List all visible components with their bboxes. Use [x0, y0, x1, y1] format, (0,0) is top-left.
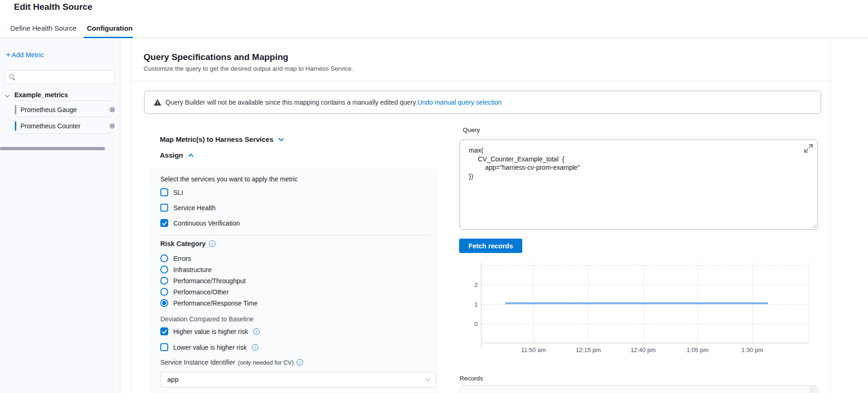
page-title: Edit Health Source: [14, 2, 92, 12]
query-results-chart: 2 1 0 11:50 am 12:15 pm 12:40 pm 1:05 pm…: [481, 263, 809, 343]
metric-group-header[interactable]: Example_metrics: [6, 91, 68, 99]
metric-search-box: [5, 70, 115, 84]
metric-label: Prometheus Gauge: [20, 106, 109, 113]
divider: [15, 100, 112, 101]
services-select-label: Select the services you want to apply th…: [160, 175, 298, 183]
checkbox-label[interactable]: Continuous Verification: [173, 220, 240, 227]
divider: [15, 117, 112, 117]
query-label: Query: [463, 127, 480, 133]
map-metrics-label: Map Metric(s) to Harness Services: [160, 135, 273, 143]
infrastructure-radio[interactable]: [160, 266, 168, 273]
records-label: Records: [460, 375, 483, 382]
gridline: [809, 263, 809, 343]
continuous-verification-checkbox[interactable]: [160, 219, 168, 227]
checkbox-row-lower-value[interactable]: Lower value is higher risk: [160, 343, 258, 351]
info-icon[interactable]: [209, 240, 216, 247]
radio-row-errors[interactable]: Errors: [160, 254, 191, 262]
service-health-checkbox[interactable]: [160, 204, 168, 212]
add-metric-label: Add Metric: [12, 51, 44, 59]
radio-label[interactable]: Performance/Throughput: [173, 277, 246, 285]
service-instance-select[interactable]: app: [160, 372, 436, 387]
radio-label[interactable]: Performance/Response Time: [173, 300, 257, 307]
sii-note: (only needed for CV): [238, 359, 294, 366]
section-title: Query Specifications and Mapping: [144, 52, 288, 62]
performance-other-radio[interactable]: [160, 288, 168, 296]
checkbox-row-higher-value[interactable]: Higher value is higher risk: [160, 327, 260, 335]
radio-row-performance-other[interactable]: Performance/Other: [160, 288, 229, 296]
tab-bar: Define Health Source Configuration: [0, 19, 868, 38]
radio-row-performance-throughput[interactable]: Performance/Throughput: [160, 277, 246, 285]
gridline: [481, 285, 809, 285]
performance-response-time-radio[interactable]: [160, 299, 168, 307]
axis-tick: [481, 343, 481, 349]
plus-icon: +: [6, 52, 11, 58]
metric-search-input[interactable]: [19, 74, 107, 81]
sli-checkbox[interactable]: [160, 188, 168, 196]
sidebar-item-prometheus-counter[interactable]: Prometheus Counter ⊗: [15, 119, 115, 133]
x-tick-label: 1:05 pm: [677, 346, 718, 353]
fetch-records-button[interactable]: Fetch records: [459, 239, 522, 253]
checkbox-row-continuous-verification[interactable]: Continuous Verification: [160, 219, 240, 227]
resize-handle[interactable]: [811, 223, 816, 228]
risk-category-header: Risk Category: [160, 240, 216, 247]
checkbox-row-sli[interactable]: SLI: [160, 188, 183, 196]
records-scrollbar[interactable]: [810, 386, 816, 393]
divider: [15, 133, 112, 134]
chart-data-line: [505, 302, 768, 304]
sidebar-item-prometheus-gauge[interactable]: Prometheus Gauge ⊗: [15, 103, 115, 117]
query-builder-warning-banner: Query Builder will not be available sinc…: [144, 91, 821, 114]
radio-label[interactable]: Performance/Other: [173, 288, 229, 296]
info-icon[interactable]: [253, 328, 260, 335]
expand-query-icon[interactable]: [804, 144, 813, 153]
sii-label: Service Instance Identifier: [160, 359, 235, 366]
warning-icon: [154, 99, 162, 106]
deviation-label: Deviation Compared to Baseline: [160, 315, 254, 323]
query-editor[interactable]: max( CV_Counter_Example_total { app="har…: [460, 140, 818, 230]
errors-radio[interactable]: [160, 254, 168, 262]
checkbox-label[interactable]: SLI: [173, 189, 183, 196]
service-instance-identifier-header: Service Instance Identifier (only needed…: [160, 359, 303, 366]
add-metric-button[interactable]: + Add Metric: [6, 51, 44, 59]
chevron-down-icon: [426, 377, 430, 381]
remove-metric-icon[interactable]: ⊗: [109, 122, 115, 130]
chevron-down-icon: [279, 136, 284, 141]
checkbox-label[interactable]: Service Health: [173, 204, 216, 212]
assign-label: Assign: [160, 151, 183, 159]
card-right-border: [830, 38, 831, 393]
info-icon[interactable]: [252, 344, 258, 351]
service-instance-value: app: [167, 376, 178, 383]
checkbox-label[interactable]: Higher value is higher risk: [173, 328, 248, 335]
tab-define-health-source[interactable]: Define Health Source: [10, 19, 77, 38]
map-metrics-section-header[interactable]: Map Metric(s) to Harness Services: [160, 135, 283, 143]
x-tick-label: 12:15 pm: [567, 346, 609, 353]
records-panel: [460, 385, 818, 393]
undo-manual-query-link[interactable]: Undo manual query selection: [417, 99, 501, 106]
query-code[interactable]: max( CV_Counter_Example_total { app="har…: [469, 146, 580, 180]
radio-row-performance-response-time[interactable]: Performance/Response Time: [160, 299, 257, 307]
sidebar-horizontal-scrollbar[interactable]: [0, 147, 105, 150]
tab-configuration[interactable]: Configuration: [87, 19, 132, 38]
assign-section-header[interactable]: Assign: [160, 151, 193, 159]
remove-metric-icon[interactable]: ⊗: [109, 106, 115, 113]
section-subtitle: Customize the query to get the desired o…: [144, 65, 353, 72]
x-tick-label: 11:50 am: [513, 346, 554, 353]
info-icon[interactable]: [296, 359, 303, 366]
gridline: [481, 324, 809, 324]
radio-row-infrastructure[interactable]: Infrastructure: [160, 266, 211, 273]
card-left-border: [130, 38, 131, 393]
y-tick-label: 1: [464, 301, 478, 308]
radio-label[interactable]: Errors: [173, 255, 191, 262]
checkbox-label[interactable]: Lower value is higher risk: [173, 344, 247, 351]
x-tick-label: 12:40 pm: [622, 346, 664, 353]
divider: [131, 81, 830, 81]
lower-value-checkbox[interactable]: [160, 343, 168, 351]
gridline: [481, 304, 809, 305]
gridline: [481, 265, 809, 266]
higher-value-checkbox[interactable]: [160, 327, 168, 335]
metric-group-label: Example_metrics: [14, 91, 68, 99]
metric-color-bar: [15, 105, 16, 114]
radio-label[interactable]: Infrastructure: [173, 266, 211, 273]
performance-throughput-radio[interactable]: [160, 277, 168, 285]
checkbox-row-service-health[interactable]: Service Health: [160, 204, 216, 212]
y-tick-label: 2: [464, 281, 478, 288]
